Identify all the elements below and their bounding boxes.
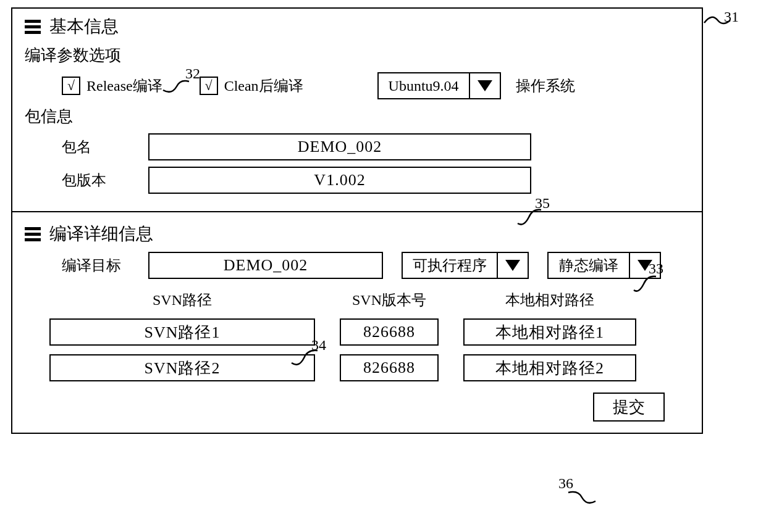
release-checkbox-label: Release编译	[86, 76, 162, 96]
local-path-value: 本地相对路径1	[495, 322, 604, 343]
target-type-select[interactable]: 可执行程序	[402, 252, 529, 279]
svn-row: SVN路径1 826688 本地相对路径1	[25, 318, 689, 346]
compile-options-row: √ Release编译 √ Clean后编译 Ubuntu9.04 操作系统	[25, 72, 689, 99]
compile-detail-panel: 编译详细信息 编译目标 DEMO_002 可执行程序 静态编译 SVN路径 SV…	[11, 212, 703, 434]
basic-info-title: 基本信息	[49, 15, 119, 38]
hamburger-icon[interactable]	[25, 227, 41, 241]
callout-34: 34	[311, 337, 326, 354]
link-type-value: 静态编译	[549, 253, 629, 278]
compile-target-row: 编译目标 DEMO_002 可执行程序 静态编译	[25, 252, 689, 279]
callout-31: 31	[724, 9, 739, 25]
package-version-label: 包版本	[62, 170, 148, 190]
package-name-row: 包名 DEMO_002	[25, 133, 689, 160]
svn-ver-value: 826688	[363, 323, 415, 341]
chevron-down-icon	[497, 253, 528, 278]
svn-path-input[interactable]: SVN路径1	[49, 318, 315, 346]
chevron-down-icon	[469, 73, 500, 98]
svn-row: SVN路径2 826688 本地相对路径2	[25, 354, 689, 381]
local-path-header: 本地相对路径	[463, 290, 636, 310]
package-name-value: DEMO_002	[298, 138, 382, 156]
svn-ver-input[interactable]: 826688	[340, 318, 439, 346]
svn-path-value: SVN路径1	[144, 322, 220, 343]
package-info-title: 包信息	[25, 106, 689, 127]
hamburger-icon[interactable]	[25, 20, 41, 34]
clean-checkbox[interactable]: √ Clean后编译	[200, 76, 303, 96]
package-version-value: V1.002	[314, 171, 365, 189]
svn-ver-value: 826688	[363, 359, 415, 377]
os-select-value: Ubuntu9.04	[379, 73, 469, 98]
basic-info-panel: 基本信息 编译参数选项 √ Release编译 √ Clean后编译 Ubunt…	[11, 7, 703, 212]
callout-36: 36	[558, 475, 573, 492]
callout-35: 35	[535, 195, 550, 212]
compile-options-title: 编译参数选项	[25, 44, 689, 66]
compile-target-input[interactable]: DEMO_002	[148, 252, 383, 279]
os-label: 操作系统	[516, 76, 575, 96]
package-version-input[interactable]: V1.002	[148, 167, 531, 194]
compile-target-value: DEMO_002	[224, 256, 308, 275]
local-path-input[interactable]: 本地相对路径2	[463, 354, 636, 381]
compile-target-label: 编译目标	[62, 256, 130, 275]
package-name-input[interactable]: DEMO_002	[148, 133, 531, 160]
compile-detail-header: 编译详细信息	[25, 222, 689, 246]
check-icon: √	[62, 77, 80, 95]
submit-button[interactable]: 提交	[593, 393, 665, 422]
svn-ver-header: SVN版本号	[340, 290, 439, 310]
basic-info-header: 基本信息	[25, 15, 689, 38]
svn-path-input[interactable]: SVN路径2	[49, 354, 315, 381]
callout-32: 32	[185, 65, 200, 82]
clean-checkbox-label: Clean后编译	[224, 76, 303, 96]
package-name-label: 包名	[62, 137, 148, 157]
svn-ver-input[interactable]: 826688	[340, 354, 439, 381]
callout-33: 33	[649, 260, 663, 277]
local-path-value: 本地相对路径2	[495, 357, 604, 379]
svn-column-headers: SVN路径 SVN版本号 本地相对路径	[25, 290, 689, 310]
svn-path-header: SVN路径	[49, 290, 315, 310]
check-icon: √	[200, 77, 218, 95]
release-checkbox[interactable]: √ Release编译	[62, 76, 162, 96]
package-version-row: 包版本 V1.002	[25, 167, 689, 194]
svn-path-value: SVN路径2	[144, 357, 220, 379]
target-type-value: 可执行程序	[403, 253, 497, 278]
os-select[interactable]: Ubuntu9.04	[377, 72, 501, 99]
local-path-input[interactable]: 本地相对路径1	[463, 318, 636, 346]
compile-detail-title: 编译详细信息	[49, 222, 153, 246]
